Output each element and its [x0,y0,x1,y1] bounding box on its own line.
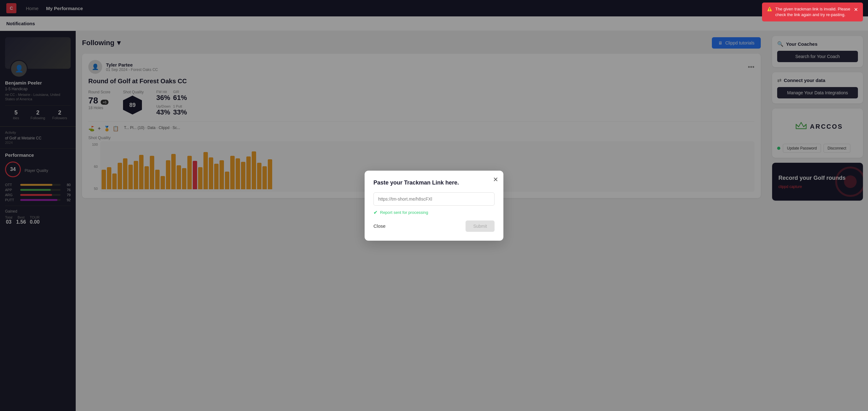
trackman-modal: Paste your Trackman Link here. ✕ ✔ Repor… [365,171,503,241]
error-toast: ⚠️ The given trackman link is invalid. P… [762,2,863,22]
modal-close-button[interactable]: Close [373,223,385,229]
error-message: The given trackman link is invalid. Plea… [775,6,851,18]
modal-success-message: ✔ Report sent for processing [373,210,495,215]
modal-overlay: Paste your Trackman Link here. ✕ ✔ Repor… [0,0,868,411]
modal-actions: Close Submit [373,220,495,232]
success-check-icon: ✔ [373,210,377,215]
toast-close-button[interactable]: ✕ [854,6,858,13]
warning-icon: ⚠️ [767,6,772,12]
modal-title: Paste your Trackman Link here. [373,180,495,186]
modal-submit-button[interactable]: Submit [466,220,495,232]
modal-close-icon[interactable]: ✕ [493,176,498,183]
trackman-link-input[interactable] [373,192,495,205]
